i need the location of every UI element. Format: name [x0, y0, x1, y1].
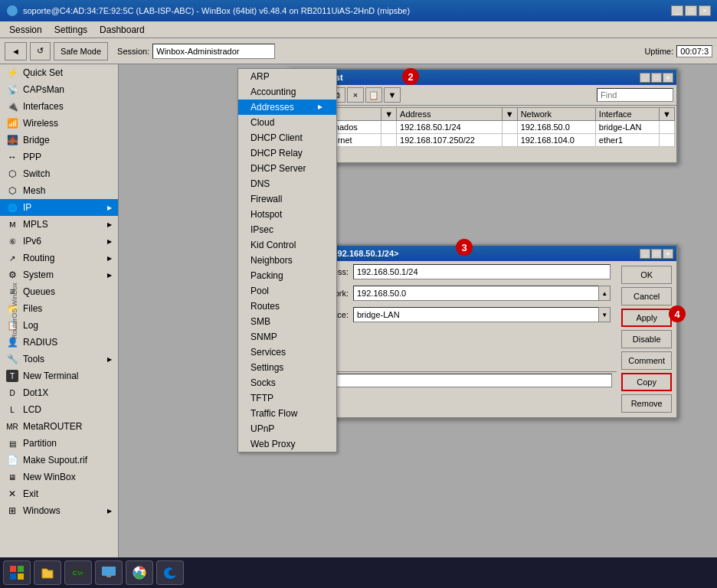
dropdown-web-proxy[interactable]: Web Proxy [238, 436, 336, 452]
delete-address-button[interactable]: × [347, 87, 364, 103]
dropdown-services[interactable]: Services [238, 345, 336, 360]
sidebar-item-exit[interactable]: ✕ Exit [0, 485, 118, 502]
dropdown-routes[interactable]: Routes [238, 299, 336, 314]
sidebar-item-new-winbox[interactable]: 🖥 New WinBox [0, 469, 118, 485]
dropdown-dhcp-server[interactable]: DHCP Server [238, 161, 336, 176]
col-network[interactable]: Network [517, 108, 595, 121]
address-list-maximize[interactable]: □ [651, 73, 662, 83]
sidebar-item-routing[interactable]: ↗ Routing ▶ [0, 250, 118, 266]
col-filter[interactable]: ▼ [660, 108, 675, 121]
dropdown-dhcp-relay[interactable]: DHCP Relay [238, 145, 336, 161]
copy-button[interactable]: Copy [621, 373, 672, 391]
dropdown-traffic-flow[interactable]: Traffic Flow [238, 406, 336, 421]
sidebar-item-ppp[interactable]: ↔ PPP [0, 149, 118, 165]
session-label: Session: [117, 47, 149, 56]
sidebar-item-system[interactable]: ⚙ System ▶ [0, 266, 118, 283]
dropdown-dns[interactable]: DNS [238, 176, 336, 191]
address-list-close[interactable]: × [663, 73, 673, 83]
cell-extra-1 [660, 121, 675, 134]
session-input[interactable] [152, 44, 275, 59]
sidebar-item-ip[interactable]: 🌐 IP ▶ [0, 199, 118, 216]
dropdown-dhcp-client[interactable]: DHCP Client [238, 130, 336, 145]
quick-set-icon: ⚡ [6, 67, 18, 79]
filter-address-button[interactable]: ▼ [384, 87, 401, 103]
col-address[interactable]: Address [397, 108, 503, 121]
col-interface[interactable]: Interface [595, 108, 659, 121]
sidebar-item-ipv6[interactable]: ⑥ IPv6 ▶ [0, 233, 118, 250]
dropdown-firewall[interactable]: Firewall [238, 191, 336, 207]
new-winbox-icon: 🖥 [6, 471, 18, 483]
dropdown-ipsec[interactable]: IPsec [238, 222, 336, 237]
sidebar-item-interfaces[interactable]: 🔌 Interfaces [0, 98, 118, 115]
sidebar-item-wireless[interactable]: 📶 Wireless [0, 115, 118, 132]
taskbar-edge-button[interactable] [156, 560, 184, 585]
sidebar-item-bridge[interactable]: 🌉 Bridge [0, 132, 118, 149]
disable-button[interactable]: Disable [621, 330, 672, 348]
address-list-minimize[interactable]: _ [640, 73, 650, 83]
dropdown-accounting[interactable]: Accounting [238, 84, 336, 100]
dropdown-socks[interactable]: Socks [238, 375, 336, 390]
comment-button[interactable]: Comment [621, 351, 672, 370]
dropdown-neighbors[interactable]: Neighbors [238, 253, 336, 268]
sidebar-item-windows[interactable]: ⊞ Windows ▶ [0, 502, 118, 519]
dropdown-pool[interactable]: Pool [238, 283, 336, 299]
dropdown-kid-control[interactable]: Kid Control [238, 237, 336, 253]
remove-button[interactable]: Remove [621, 394, 672, 413]
dropdown-hotspot[interactable]: Hotspot [238, 207, 336, 222]
dropdown-packing[interactable]: Packing [238, 268, 336, 283]
detail-maximize[interactable]: □ [651, 249, 662, 259]
dropdown-addresses[interactable]: Addresses [238, 100, 336, 115]
detail-minimize[interactable]: _ [640, 249, 650, 259]
refresh-button[interactable]: ↺ [30, 42, 51, 60]
dropdown-settings[interactable]: Settings [238, 360, 336, 375]
title-text: soporte@C4:AD:34:7E:92:5C (LAB-ISP-ABC) … [23, 6, 671, 15]
menu-dashboard[interactable]: Dashboard [93, 23, 151, 37]
dropdown-snmp[interactable]: SNMP [238, 329, 336, 345]
cancel-button[interactable]: Cancel [621, 287, 672, 305]
interface-arrow-button[interactable]: ▼ [598, 307, 611, 322]
sidebar-item-lcd[interactable]: L LCD [0, 401, 118, 418]
minimize-button[interactable]: _ [671, 5, 683, 16]
taskbar-terminal-button[interactable]: C:\> [64, 560, 92, 585]
sidebar-item-new-terminal[interactable]: T New Terminal [0, 368, 118, 384]
sidebar-item-tools[interactable]: 🔧 Tools ▶ [0, 351, 118, 368]
sidebar-item-make-supout[interactable]: 📄 Make Supout.rif [0, 452, 118, 469]
dropdown-cloud[interactable]: Cloud [238, 115, 336, 130]
dropdown-arp[interactable]: ARP [238, 69, 336, 84]
address-input[interactable] [353, 264, 611, 279]
maximize-button[interactable]: □ [685, 5, 697, 16]
sidebar-item-dot1x[interactable]: D Dot1X [0, 384, 118, 401]
dropdown-tftp[interactable]: TFTP [238, 390, 336, 406]
back-button[interactable]: ◄ [5, 42, 27, 60]
sidebar-item-quick-set[interactable]: ⚡ Quick Set [0, 64, 118, 81]
dropdown-smb[interactable]: SMB [238, 314, 336, 329]
network-arrow-button[interactable]: ▲ [598, 286, 611, 301]
table-row[interactable]: ✦LAN abonados 192.168.50.1/24 192.168.50… [291, 121, 675, 134]
svg-text:C:\>: C:\> [73, 570, 83, 576]
sidebar-item-capsman[interactable]: 📡 CAPsMan [0, 81, 118, 98]
safe-mode-button[interactable]: Safe Mode [54, 42, 108, 60]
cell-network-2: 192.168.104.0 [517, 134, 595, 147]
sidebar-item-mesh[interactable]: ⬡ Mesh [0, 182, 118, 199]
paste-address-button[interactable]: 📋 [365, 87, 382, 103]
taskbar-start-button[interactable] [3, 560, 31, 585]
sidebar-item-switch[interactable]: ⬡ Switch [0, 165, 118, 182]
taskbar-chrome-button[interactable] [126, 560, 153, 585]
address-list-toolbar: + ✎ ⧉ × 📋 ▼ [289, 85, 676, 106]
network-input[interactable] [353, 286, 598, 301]
close-button[interactable]: × [699, 5, 711, 16]
dropdown-upnp[interactable]: UPnP [238, 421, 336, 436]
ok-button[interactable]: OK [621, 266, 672, 284]
sidebar-item-metarouter[interactable]: MR MetaROUTER [0, 418, 118, 435]
table-row[interactable]: ✦WAN Internet 192.168.107.250/22 192.168… [291, 134, 675, 147]
sidebar-item-partition[interactable]: ▤ Partition [0, 435, 118, 452]
apply-button[interactable]: Apply [621, 309, 672, 327]
taskbar-monitor-button[interactable] [95, 560, 123, 585]
interface-input[interactable] [353, 307, 598, 322]
menu-settings[interactable]: Settings [48, 23, 93, 37]
menu-session[interactable]: Session [3, 23, 48, 37]
sidebar-item-mpls[interactable]: Ⅿ MPLS ▶ [0, 216, 118, 233]
find-input[interactable] [597, 88, 673, 102]
detail-close[interactable]: × [663, 249, 673, 259]
taskbar-files-button[interactable] [34, 560, 61, 585]
